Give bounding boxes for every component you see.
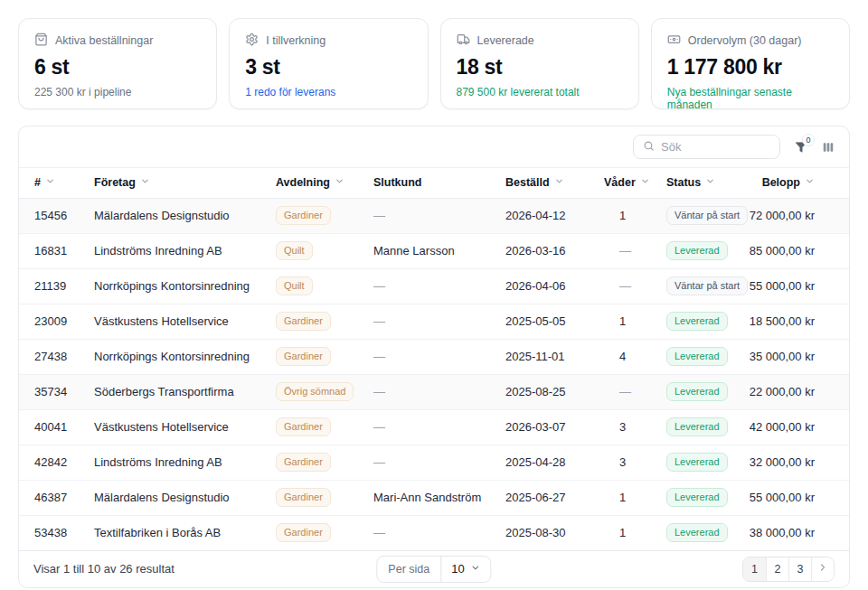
per-page-select[interactable]: 10 <box>440 557 490 582</box>
table-row[interactable]: 15456 Mälardalens Designstudio Gardiner … <box>19 198 849 233</box>
widths-count: 1 <box>604 198 666 233</box>
table-row[interactable]: 53438 Textilfabriken i Borås AB Gardiner… <box>19 515 849 550</box>
department-badge: Gardiner <box>276 488 331 507</box>
amount-cell: 35 000,00 kr <box>768 339 849 374</box>
search-icon <box>643 139 655 155</box>
results-summary: Visar 1 till 10 av 26 resultat <box>33 562 175 576</box>
card-subtitle: 1 redo för leverans <box>245 86 411 98</box>
status-badge: Levererad <box>666 453 728 472</box>
ordered-date: 2025-04-28 <box>505 445 604 480</box>
end-customer: — <box>373 268 505 304</box>
chevron-down-icon <box>640 176 650 189</box>
column-header-amount[interactable]: Belopp <box>768 168 849 198</box>
amount-cell: 18 500,00 kr <box>768 304 849 339</box>
column-header-widths[interactable]: Våder <box>604 168 666 198</box>
company-name: Lindströms Inredning AB <box>94 445 276 480</box>
filter-count-badge: 0 <box>802 134 815 146</box>
table-row[interactable]: 35734 Söderbergs Transportfirma Övrig sö… <box>19 374 849 409</box>
card-label: I tillverkning <box>266 34 326 47</box>
table-row[interactable]: 21139 Norrköpings Kontorsinredning Quilt… <box>19 268 849 304</box>
amount-cell: 72 000,00 kr <box>768 198 849 233</box>
end-customer: — <box>373 374 505 409</box>
ordered-date: 2026-04-12 <box>505 198 604 233</box>
amount-value: 32 000,00 kr <box>768 445 815 480</box>
status-badge: Levererad <box>666 347 728 366</box>
department-badge: Quilt <box>276 241 313 260</box>
end-customer: — <box>373 304 505 339</box>
department-cell: Övrig sömnad <box>276 374 373 409</box>
card-subtitle: Nya beställningar senaste månaden <box>667 86 834 111</box>
card-value: 1 177 800 kr <box>667 55 834 80</box>
status-badge: Levererad <box>666 241 728 260</box>
card-header: Levererade <box>457 33 623 49</box>
department-cell: Gardiner <box>276 445 373 480</box>
company-name: Textilfabriken i Borås AB <box>94 515 276 550</box>
search-input[interactable] <box>661 140 770 154</box>
end-customer: — <box>373 409 505 445</box>
amount-cell: 42 000,00 kr <box>768 409 849 445</box>
table-body: 15456 Mälardalens Designstudio Gardiner … <box>19 198 849 550</box>
amount-value: 38 000,00 kr <box>768 516 815 550</box>
chevron-down-icon <box>140 176 150 189</box>
table-row[interactable]: 16831 Lindströms Inredning AB Quilt Mann… <box>19 233 849 268</box>
widths-count: — <box>604 268 666 304</box>
column-header-department[interactable]: Avdelning <box>276 168 373 198</box>
order-number: 16831 <box>19 233 94 268</box>
table-row[interactable]: 42842 Lindströms Inredning AB Gardiner —… <box>19 445 849 480</box>
card-header: Ordervolym (30 dagar) <box>667 33 834 49</box>
amount-value: 18 500,00 kr <box>768 304 815 339</box>
order-number: 46387 <box>19 480 94 515</box>
department-badge: Gardiner <box>276 206 331 225</box>
chevron-down-icon <box>705 176 715 189</box>
page-button-1[interactable]: 1 <box>743 557 766 581</box>
column-header-status[interactable]: Status <box>666 168 768 198</box>
gear-icon <box>245 33 259 49</box>
order-number: 42842 <box>19 445 94 480</box>
order-number: 15456 <box>19 198 94 233</box>
card-header: Aktiva beställningar <box>34 33 201 49</box>
page-button-3[interactable]: 3 <box>788 557 811 581</box>
widths-count: 1 <box>604 515 666 550</box>
department-badge: Quilt <box>276 276 313 295</box>
ordered-date: 2025-05-05 <box>505 304 604 339</box>
column-header-company[interactable]: Företag <box>94 168 276 198</box>
table-row[interactable]: 46387 Mälardalens Designstudio Gardiner … <box>19 480 849 515</box>
chevron-down-icon <box>554 176 564 189</box>
banknote-icon <box>667 33 681 49</box>
company-name: Mälardalens Designstudio <box>94 480 276 515</box>
table-row[interactable]: 27438 Norrköpings Kontorsinredning Gardi… <box>19 339 849 374</box>
department-badge: Gardiner <box>276 417 331 436</box>
status-badge: Levererad <box>666 523 728 542</box>
search-box[interactable] <box>633 135 780 159</box>
table-footer: Visar 1 till 10 av 26 resultat Per sida … <box>19 550 849 587</box>
orders-panel: 0 # Företag <box>18 126 850 588</box>
card-subtitle: 879 500 kr levererat totalt <box>457 86 623 98</box>
orders-page: Aktiva beställningar 6 st 225 300 kr i p… <box>0 0 868 588</box>
status-badge: Väntar på start <box>666 276 748 295</box>
department-cell: Gardiner <box>276 515 373 550</box>
table-row[interactable]: 23009 Västkustens Hotellservice Gardiner… <box>19 304 849 339</box>
department-cell: Quilt <box>276 233 373 268</box>
end-customer: — <box>373 339 505 374</box>
status-badge: Levererad <box>666 312 728 331</box>
chevron-down-icon <box>45 176 55 189</box>
filter-button[interactable]: 0 <box>795 141 807 154</box>
card-subtitle: 225 300 kr i pipeline <box>34 86 201 98</box>
next-page-button[interactable] <box>811 557 834 581</box>
widths-count: — <box>604 233 666 268</box>
department-badge: Gardiner <box>276 312 331 331</box>
table-row[interactable]: 40041 Västkustens Hotellservice Gardiner… <box>19 409 849 445</box>
column-header-ordered[interactable]: Beställd <box>505 168 604 198</box>
ordered-date: 2025-11-01 <box>505 339 604 374</box>
end-customer: — <box>373 198 505 233</box>
amount-cell: 55 000,00 kr <box>768 480 849 515</box>
columns-button[interactable] <box>822 141 835 154</box>
end-customer: — <box>373 515 505 550</box>
status-badge: Väntar på start <box>666 206 748 225</box>
page-button-2[interactable]: 2 <box>766 557 788 581</box>
widths-count: 4 <box>604 339 666 374</box>
card-value: 6 st <box>34 55 201 80</box>
column-header-id[interactable]: # <box>19 168 94 198</box>
end-customer: — <box>373 445 505 480</box>
order-number: 23009 <box>19 304 94 339</box>
